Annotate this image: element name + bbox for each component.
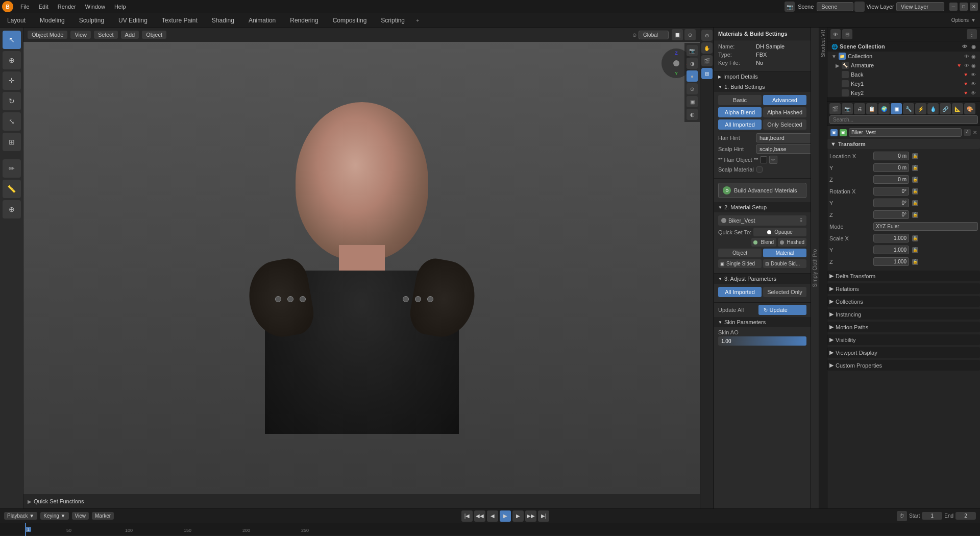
panel-tool-3[interactable]: 🎬 xyxy=(701,55,713,66)
material-button[interactable]: Material xyxy=(763,249,806,257)
key1-filter[interactable]: 🔻 xyxy=(963,81,969,87)
adjust-params-header[interactable]: ▼ 3. Adjust Parameters xyxy=(714,274,811,284)
quick-set-functions[interactable]: ▶ Quick Set Functions xyxy=(28,498,84,504)
viewport-3d[interactable] xyxy=(23,42,700,494)
snap-icon[interactable]: 🔲 xyxy=(672,29,683,40)
object-menu[interactable]: Object xyxy=(142,31,166,39)
particles-props-icon[interactable]: ⚡ xyxy=(915,103,926,114)
shading-render-icon[interactable]: ● xyxy=(687,70,698,82)
measure-tool[interactable]: 📏 xyxy=(3,180,21,198)
transform-header[interactable]: ▼ Transform xyxy=(827,139,980,149)
key2-filter[interactable]: 🔻 xyxy=(963,90,969,96)
object-name-input[interactable] xyxy=(849,128,962,137)
all-imported-2-button[interactable]: All Imported xyxy=(718,287,762,297)
key1-eye[interactable]: 👁 xyxy=(971,81,976,87)
tab-uv-editing[interactable]: UV Editing xyxy=(111,15,155,26)
output-props-icon[interactable]: 🖨 xyxy=(854,103,865,114)
options-chevron[interactable]: ▼ xyxy=(971,17,976,23)
scale-x-lock[interactable]: 🔒 xyxy=(912,235,918,241)
import-details-header[interactable]: ▶ Import Details xyxy=(714,71,811,82)
window-minimize[interactable]: ─ xyxy=(949,3,958,11)
xray-icon[interactable]: ▣ xyxy=(687,96,698,107)
location-z-lock[interactable]: 🔒 xyxy=(912,177,918,183)
collection-eye-btn[interactable]: 👁 xyxy=(964,54,969,59)
motion-paths-section[interactable]: ▶ Motion Paths xyxy=(827,322,980,332)
next-frame-btn[interactable]: ▶ xyxy=(512,510,524,522)
location-y-input[interactable] xyxy=(873,163,909,172)
menu-window[interactable]: Window xyxy=(81,3,109,11)
shortcut-vr-tab[interactable]: Shortcut VR xyxy=(819,28,827,508)
armature-item[interactable]: ▶ 🦴 Armature 🔻 👁 ◉ xyxy=(827,61,980,70)
proportional-edit-icon[interactable]: ⊙ xyxy=(684,29,696,40)
armature-render[interactable]: ◉ xyxy=(971,63,976,68)
marker-dropdown[interactable]: Marker xyxy=(92,512,114,520)
mode-dropdown[interactable]: Object Mode xyxy=(28,31,67,39)
add-menu[interactable]: Add xyxy=(121,31,139,39)
viewport-display-section[interactable]: ▶ Viewport Display xyxy=(827,347,980,358)
filter-icon-btn[interactable]: ⊟ xyxy=(842,29,852,39)
prev-keyframe-btn[interactable]: ◀◀ xyxy=(474,510,485,522)
view-layer-props-icon[interactable]: 📋 xyxy=(866,103,877,114)
location-z-input[interactable] xyxy=(873,175,909,184)
alpha-blend-button[interactable]: Alpha Blend xyxy=(718,107,762,117)
object-props-icon[interactable]: ▣ xyxy=(891,103,902,114)
data-props-icon[interactable]: 📐 xyxy=(952,103,963,114)
start-frame[interactable] xyxy=(922,512,942,520)
jump-start-btn[interactable]: |◀ xyxy=(461,510,473,522)
armature-filter[interactable]: 🔻 xyxy=(956,63,962,68)
tab-sculpting[interactable]: Sculpting xyxy=(72,15,111,26)
keying-dropdown[interactable]: Keying ▼ xyxy=(40,512,68,520)
rotation-z-input[interactable] xyxy=(873,210,909,219)
tab-texture-paint[interactable]: Texture Paint xyxy=(155,15,205,26)
location-x-input[interactable] xyxy=(873,152,909,160)
view-icon-btn[interactable]: 👁 xyxy=(830,29,841,39)
world-props-icon[interactable]: 🌍 xyxy=(878,103,890,114)
update-button[interactable]: ↻ Update xyxy=(758,305,807,315)
panel-tool-1[interactable]: ⊙ xyxy=(701,30,713,41)
material-setup-header[interactable]: ▼ 2. Material Setup xyxy=(714,202,811,212)
window-close[interactable]: ✕ xyxy=(970,3,978,11)
location-x-lock[interactable]: 🔒 xyxy=(912,153,918,159)
jump-end-btn[interactable]: ▶| xyxy=(538,510,549,522)
custom-properties-section[interactable]: ▶ Custom Properties xyxy=(827,360,980,371)
transform-tool[interactable]: ⊞ xyxy=(3,133,21,151)
add-workspace-tab[interactable]: + xyxy=(412,15,423,26)
vp-global-dropdown[interactable]: Global xyxy=(639,31,669,39)
back-eye[interactable]: 👁 xyxy=(971,72,976,78)
modifier-props-icon[interactable]: 🔧 xyxy=(903,103,914,114)
tab-layout[interactable]: Layout xyxy=(0,15,33,26)
tab-modeling[interactable]: Modeling xyxy=(33,15,72,26)
props-search[interactable] xyxy=(829,115,978,124)
single-sided-button[interactable]: ▣ Single Sided xyxy=(718,259,762,268)
tab-animation[interactable]: Animation xyxy=(241,15,283,26)
next-keyframe-btn[interactable]: ▶▶ xyxy=(525,510,536,522)
add-tool[interactable]: ⊕ xyxy=(3,200,21,218)
location-y-lock[interactable]: 🔒 xyxy=(912,165,918,171)
scale-y-input[interactable] xyxy=(873,246,909,254)
back-filter[interactable]: 🔻 xyxy=(963,72,969,78)
skin-params-header[interactable]: ▼ Skin Parameters xyxy=(714,317,811,327)
visibility-section[interactable]: ▶ Visibility xyxy=(827,334,980,345)
collection-render[interactable]: ◉ xyxy=(971,54,976,59)
collection-eye[interactable]: 👁 xyxy=(962,44,967,50)
tab-rendering[interactable]: Rendering xyxy=(283,15,325,26)
scale-y-lock[interactable]: 🔒 xyxy=(912,247,918,253)
material-props-icon[interactable]: 🎨 xyxy=(964,103,975,114)
rotation-y-input[interactable] xyxy=(873,199,909,207)
material-item[interactable]: Biker_Vest ⠿ xyxy=(718,215,806,226)
nav-z-axis[interactable]: Z xyxy=(675,51,678,56)
collection-hide[interactable]: ◉ xyxy=(971,44,976,50)
scalp-hint-input[interactable] xyxy=(756,144,811,154)
instancing-section[interactable]: ▶ Instancing xyxy=(827,309,980,320)
scale-z-lock[interactable]: 🔒 xyxy=(912,259,918,265)
object-button[interactable]: Object xyxy=(718,249,762,257)
armature-eye[interactable]: 👁 xyxy=(964,63,969,68)
only-selected-button[interactable]: Only Selected xyxy=(763,119,806,130)
scale-z-input[interactable] xyxy=(873,257,909,266)
build-settings-header[interactable]: ▼ 1. Build Settings xyxy=(714,82,811,92)
all-imported-button[interactable]: All Imported xyxy=(718,119,762,130)
overlay-icon[interactable]: ⊙ xyxy=(687,83,698,94)
scene-props-icon[interactable]: 🎬 xyxy=(829,103,841,114)
menu-file[interactable]: File xyxy=(16,3,34,11)
render-props-icon[interactable]: 📷 xyxy=(842,103,853,114)
